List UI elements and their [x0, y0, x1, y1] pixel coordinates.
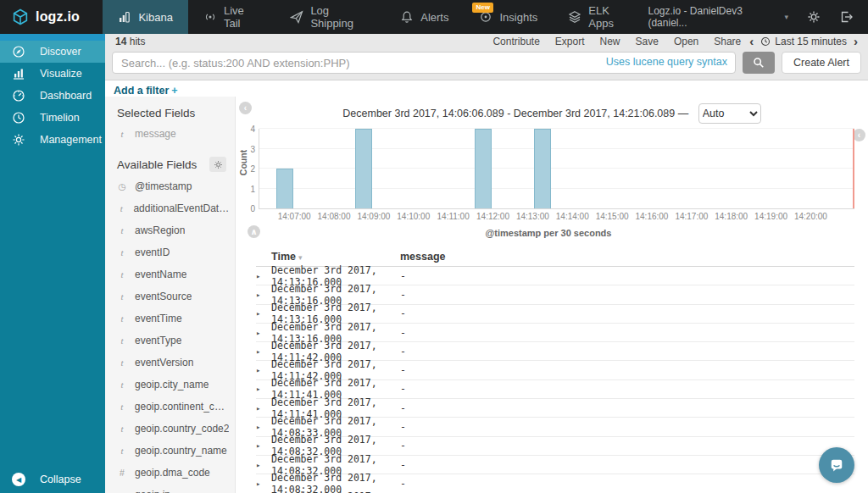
- field-item-eventtype[interactable]: teventType: [117, 330, 230, 352]
- histogram-bar-14-08-30[interactable]: [355, 129, 372, 208]
- left-sidebar: DiscoverVisualizeDashboardTimelionManage…: [0, 34, 105, 493]
- gridline: [259, 128, 854, 129]
- topnav-tab-live-tail[interactable]: Live Tail: [188, 0, 275, 34]
- sidebar-collapse-button[interactable]: ◀ Collapse: [0, 466, 105, 493]
- visualize-icon: [12, 67, 25, 80]
- row-expand-caret-icon[interactable]: ▸: [256, 479, 271, 488]
- live-tail-icon: [203, 10, 217, 24]
- discover-icon: [12, 45, 25, 58]
- support-chat-button[interactable]: [819, 447, 854, 483]
- field-name: awsRegion: [135, 224, 185, 236]
- collapse-fields-panel-button[interactable]: ‹: [239, 102, 252, 114]
- histogram-bar-14-11-30[interactable]: [475, 129, 492, 208]
- row-expand-caret-icon[interactable]: ▸: [256, 404, 271, 413]
- field-item-eventversion[interactable]: teventVersion: [117, 352, 230, 374]
- field-name: eventName: [135, 269, 186, 280]
- row-expand-caret-icon[interactable]: ▸: [256, 461, 271, 469]
- search-button[interactable]: [743, 52, 775, 74]
- time-back-chevron[interactable]: ‹: [749, 35, 754, 47]
- field-item-additionaleventdata-fu-[interactable]: tadditionalEventData.fu...: [117, 197, 230, 219]
- toolbar-action-export[interactable]: Export: [555, 36, 585, 47]
- y-tick-label: 4: [240, 125, 255, 134]
- row-expand-caret-icon[interactable]: ▸: [256, 441, 271, 450]
- row-expand-caret-icon[interactable]: ▸: [256, 385, 271, 393]
- sidebar-item-label: Management: [40, 134, 102, 146]
- field-item--timestamp[interactable]: ◷@timestamp: [117, 175, 230, 197]
- row-expand-caret-icon[interactable]: ▸: [256, 329, 271, 337]
- field-item-geoip-continent-code[interactable]: tgeoip.continent_code: [117, 396, 230, 418]
- topnav-tab-elk-apps[interactable]: ELK Apps: [553, 0, 648, 34]
- field-item-eventtime[interactable]: teventTime: [117, 307, 230, 330]
- row-expand-caret-icon[interactable]: ▸: [256, 309, 271, 318]
- lucene-syntax-link[interactable]: Uses lucene query syntax: [606, 56, 727, 68]
- field-item-geoip-country-name[interactable]: tgeoip.country_name: [117, 440, 230, 462]
- message-column-header[interactable]: message: [400, 251, 854, 263]
- collapse-right-button[interactable]: ‹: [853, 129, 865, 141]
- row-expand-caret-icon[interactable]: ▸: [256, 291, 271, 299]
- logo[interactable]: logz.io: [0, 0, 103, 34]
- field-name: eventSource: [135, 291, 192, 302]
- field-item-message[interactable]: tmessage: [117, 123, 230, 145]
- field-type-t-icon: t: [117, 446, 127, 456]
- field-item-awsregion[interactable]: tawsRegion: [117, 219, 230, 241]
- sidebar-item-dashboard[interactable]: Dashboard: [0, 85, 105, 107]
- field-item-geoip-dma-code[interactable]: #geoip.dma_code: [117, 462, 230, 484]
- topnav-tab-kibana[interactable]: Kibana: [103, 0, 187, 34]
- toolbar-action-open[interactable]: Open: [674, 36, 698, 47]
- create-alert-button[interactable]: Create Alert: [782, 52, 861, 74]
- row-message-cell: -: [400, 346, 854, 357]
- topnav-tab-log-shipping[interactable]: Log Shipping: [275, 0, 385, 34]
- x-axis-label: @timestamp per 30 seconds: [242, 228, 854, 238]
- sidebar-item-timelion[interactable]: Timelion: [0, 107, 105, 129]
- field-name: geoip.continent_code: [135, 401, 230, 413]
- field-item-eventname[interactable]: teventName: [117, 263, 230, 285]
- field-name: geoip.city_name: [135, 379, 209, 391]
- row-expand-caret-icon[interactable]: ▸: [256, 347, 271, 356]
- logout-icon[interactable]: [839, 10, 853, 24]
- interval-select[interactable]: Auto: [698, 103, 761, 124]
- available-fields-list: ◷@timestamptadditionalEventData.fu...taw…: [117, 175, 230, 493]
- add-filter-link[interactable]: Add a filter+: [114, 85, 178, 97]
- x-tick-label: 14:07:00: [278, 212, 311, 221]
- settings-gear-icon[interactable]: [807, 10, 821, 24]
- field-settings-gear-icon[interactable]: [209, 157, 226, 172]
- x-tick-label: 14:09:00: [357, 212, 390, 221]
- topnav-tab-alerts[interactable]: Alerts: [385, 0, 464, 34]
- search-icon: [753, 57, 765, 69]
- row-expand-caret-icon[interactable]: ▸: [256, 366, 271, 374]
- row-expand-caret-icon[interactable]: ▸: [256, 272, 271, 280]
- time-range-button[interactable]: Last 15 minutes: [760, 36, 847, 47]
- toolbar-action-new[interactable]: New: [600, 36, 620, 47]
- time-forward-chevron[interactable]: ›: [854, 35, 858, 47]
- field-item-geoip-country-code2[interactable]: tgeoip.country_code2: [117, 418, 230, 440]
- histogram-bar-14-06-30[interactable]: [276, 169, 293, 208]
- field-type-t-icon: t: [117, 129, 127, 139]
- field-item-eventid[interactable]: teventID: [117, 241, 230, 263]
- toolbar-action-share[interactable]: Share: [714, 36, 741, 47]
- sidebar-item-discover[interactable]: Discover: [0, 41, 105, 63]
- elk-apps-icon: [568, 10, 581, 24]
- selected-fields-section: Selected Fields tmessage: [117, 107, 230, 145]
- topnav-tab-label: ELK Apps: [588, 4, 632, 30]
- y-tick-label: 2: [240, 164, 255, 174]
- field-item-eventsource[interactable]: teventSource: [117, 285, 230, 307]
- sidebar-item-management[interactable]: Management: [0, 129, 105, 151]
- toolbar-action-save[interactable]: Save: [636, 36, 659, 47]
- chart-plot-area[interactable]: 01234: [259, 129, 854, 209]
- x-axis-ticks: 14:07:0014:08:0014:09:0014:10:0014:11:00…: [259, 209, 854, 222]
- log-shipping-icon: [290, 10, 303, 24]
- topnav-tab-label: Kibana: [138, 11, 172, 24]
- sidebar-item-visualize[interactable]: Visualize: [0, 63, 105, 85]
- account-menu[interactable]: Logz.io - DanielDev3 (daniel... ▾: [648, 5, 788, 29]
- field-type-t-icon: t: [117, 335, 127, 346]
- field-type-t-icon: t: [117, 379, 127, 390]
- time-column-header[interactable]: Time▾: [271, 251, 400, 263]
- field-name: eventVersion: [135, 357, 193, 368]
- toolbar-action-contribute[interactable]: Contribute: [492, 36, 539, 47]
- histogram-bar-14-13-00[interactable]: [534, 129, 551, 208]
- field-item-geoip-ip[interactable]: tgeoip.ip: [117, 484, 230, 493]
- account-label: Logz.io - DanielDev3 (daniel...: [648, 5, 779, 29]
- row-expand-caret-icon[interactable]: ▸: [256, 423, 271, 431]
- topnav-tab-insights[interactable]: NewInsights: [464, 0, 553, 34]
- field-item-geoip-city-name[interactable]: tgeoip.city_name: [117, 374, 230, 396]
